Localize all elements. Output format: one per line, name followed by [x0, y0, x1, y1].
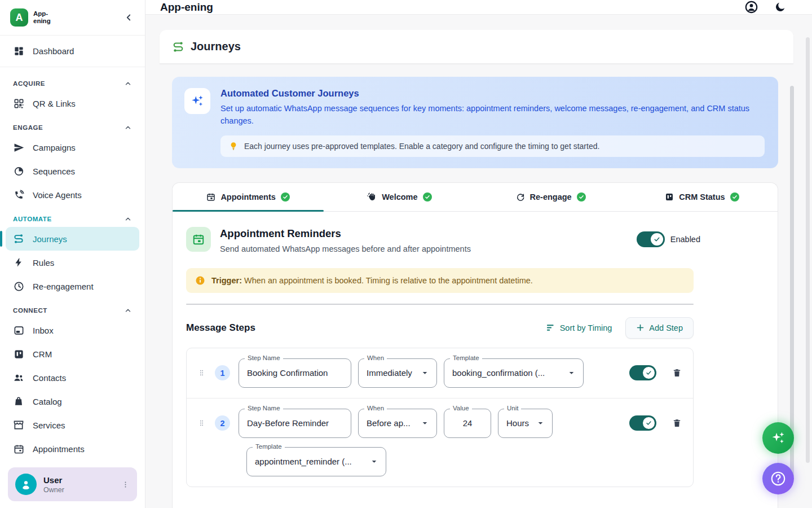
chevron-down-icon	[537, 419, 544, 427]
sidebar-item-label: Catalog	[33, 397, 62, 406]
sidebar-item-label: Rules	[33, 258, 54, 268]
template-value: appointment_reminder (...	[255, 457, 352, 466]
user-role: Owner	[43, 486, 114, 494]
sidebar-section-automate[interactable]: AUTOMATE	[6, 207, 139, 227]
sidebar-item-inbox[interactable]: Inbox	[6, 318, 139, 342]
chevron-up-icon	[124, 124, 132, 132]
account-icon[interactable]	[744, 0, 758, 14]
step-actions	[629, 415, 682, 431]
step-row-line: 2 Step Name Day-Before Reminder When Bef…	[198, 409, 682, 438]
phone-call-icon	[13, 190, 24, 200]
steps-list: 1 Step Name Booking Confirmation When Im…	[186, 348, 694, 487]
sidebar-item-voice-agents[interactable]: Voice Agents	[6, 183, 139, 207]
value-input[interactable]: Value 24	[444, 409, 491, 438]
sidebar-item-journeys[interactable]: Journeys	[6, 227, 139, 251]
when-value: Immediately	[367, 368, 412, 378]
sidebar-nav: Dashboard ACQUIRE QR & Links ENGAGE	[0, 36, 145, 462]
route-icon	[13, 233, 24, 244]
topbar: App-ening	[145, 0, 812, 15]
sidebar-section-acquire[interactable]: ACQUIRE	[6, 71, 139, 91]
enabled-label: Enabled	[670, 235, 700, 244]
sidebar-item-catalog[interactable]: Catalog	[6, 389, 139, 413]
sidebar-item-label: QR & Links	[33, 99, 76, 108]
step-name-input[interactable]: Step Name Day-Before Reminder	[239, 409, 351, 438]
sidebar-item-re-engagement[interactable]: Re-engagement	[6, 274, 139, 298]
drag-handle-icon[interactable]	[198, 418, 205, 428]
sidebar-item-label: Services	[33, 421, 65, 430]
when-select[interactable]: When Before ap...	[358, 409, 437, 438]
kebab-menu-icon[interactable]	[121, 480, 130, 489]
step-enabled-toggle[interactable]	[629, 415, 656, 431]
sidebar-item-qr-links[interactable]: QR & Links	[6, 91, 139, 115]
section-head-text: Appointment Reminders Send automated Wha…	[220, 227, 471, 253]
drag-handle-icon[interactable]	[198, 368, 205, 378]
step-enabled-toggle[interactable]	[629, 365, 656, 380]
zap-icon	[13, 257, 24, 268]
tab-appointments[interactable]: Appointments	[173, 183, 324, 211]
add-step-button[interactable]: Add Step	[625, 317, 694, 339]
sidebar-item-contacts[interactable]: Contacts	[6, 366, 139, 389]
sidebar-item-crm[interactable]: CRM	[6, 342, 139, 366]
check-icon	[646, 420, 652, 426]
tab-re-engage[interactable]: Re-engage	[475, 183, 626, 211]
users-icon	[13, 372, 24, 383]
sidebar-item-services[interactable]: Services	[6, 413, 139, 437]
banner-content: Automated Customer Journeys Set up autom…	[220, 88, 765, 157]
template-select[interactable]: Template appointment_reminder (...	[246, 447, 386, 476]
info-icon	[195, 275, 205, 286]
kanban-icon	[665, 192, 674, 202]
sort-by-timing-button[interactable]: Sort by Timing	[546, 323, 612, 332]
banner-title: Automated Customer Journeys	[220, 88, 765, 99]
tab-crm-status[interactable]: CRM Status	[626, 183, 778, 211]
shopping-bag-icon	[13, 396, 24, 406]
step-name-value: Day-Before Reminder	[247, 418, 329, 428]
chevron-down-icon	[370, 458, 378, 465]
section-head: Appointment Reminders Send automated Wha…	[186, 227, 700, 253]
sort-icon	[546, 323, 555, 332]
step-number-badge: 2	[215, 415, 230, 431]
sidebar-section-engage[interactable]: ENGAGE	[6, 115, 139, 135]
sidebar-item-sequences[interactable]: Sequences	[6, 159, 139, 183]
plus-icon	[636, 323, 645, 332]
dark-mode-icon[interactable]	[774, 1, 786, 13]
delete-step-icon[interactable]	[672, 418, 682, 428]
tab-welcome[interactable]: Welcome	[324, 183, 475, 211]
steps-actions: Sort by Timing Add Step	[546, 317, 694, 339]
step-name-input[interactable]: Step Name Booking Confirmation	[239, 358, 351, 388]
sidebar-item-label: Voice Agents	[33, 190, 82, 200]
brand-logo-icon: A	[10, 8, 28, 27]
sequence-circle-icon	[13, 166, 24, 177]
when-value: Before ap...	[367, 418, 411, 428]
sidebar-item-label: Campaigns	[33, 143, 76, 152]
sidebar-item-campaigns[interactable]: Campaigns	[6, 135, 139, 159]
check-circle-icon	[730, 192, 739, 202]
user-card[interactable]: User Owner	[8, 467, 137, 501]
help-fab[interactable]	[762, 463, 794, 494]
sidebar-collapse-icon[interactable]	[123, 12, 134, 23]
storefront-icon	[13, 419, 24, 431]
template-select[interactable]: Template booking_confirmation (...	[444, 358, 584, 388]
chevron-up-icon	[124, 306, 132, 314]
sidebar-item-label: CRM	[33, 349, 52, 359]
unit-select[interactable]: Unit Hours	[498, 409, 553, 438]
brand-logo[interactable]: A App- ening	[10, 8, 51, 27]
check-circle-icon	[423, 192, 432, 202]
content-scrollbar[interactable]	[790, 86, 794, 477]
waving-hand-icon	[367, 192, 377, 202]
ai-assistant-fab[interactable]	[762, 422, 794, 454]
sparkles-tile	[184, 88, 210, 114]
user-meta: User Owner	[43, 475, 114, 494]
page-title: Journeys	[191, 40, 241, 53]
category-enabled-toggle[interactable]	[637, 231, 665, 247]
step-row-1: 1 Step Name Booking Confirmation When Im…	[187, 348, 693, 398]
delete-step-icon[interactable]	[672, 367, 682, 378]
route-icon	[172, 41, 184, 53]
sidebar-item-dashboard[interactable]: Dashboard	[6, 39, 139, 63]
page-scrollbar[interactable]	[806, 37, 810, 463]
chevron-up-icon	[124, 215, 132, 223]
qr-code-icon	[13, 98, 24, 109]
sidebar-item-rules[interactable]: Rules	[6, 251, 139, 274]
when-select[interactable]: When Immediately	[358, 358, 437, 388]
check-icon	[654, 236, 660, 243]
sidebar-section-connect[interactable]: CONNECT	[6, 298, 139, 318]
